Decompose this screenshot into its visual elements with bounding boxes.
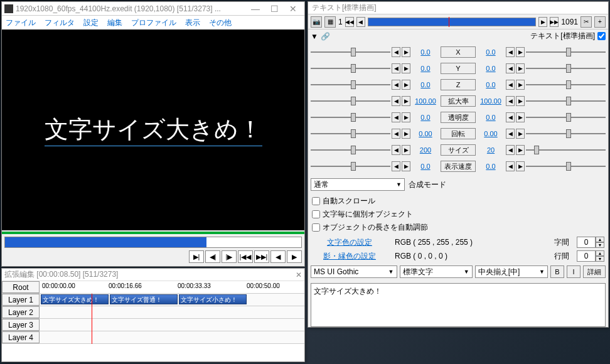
spacing-down[interactable]: ▼ xyxy=(596,242,604,248)
value-left[interactable]: 0.0 xyxy=(412,65,439,72)
value-right[interactable]: 0.0 xyxy=(477,48,505,56)
value-right[interactable]: 20 xyxy=(477,146,505,154)
param-label[interactable]: 透明度 xyxy=(441,112,476,123)
value-left[interactable]: 200 xyxy=(412,146,439,154)
mark-out-button[interactable]: ▶ xyxy=(287,250,302,263)
linespace-up[interactable]: ▲ xyxy=(596,250,604,256)
mark-in-button[interactable]: ◀ xyxy=(270,250,286,263)
clip-2[interactable]: 文字サイズ普通！ xyxy=(110,294,178,304)
playhead[interactable] xyxy=(92,294,92,344)
spacing-input[interactable] xyxy=(577,237,596,248)
play-button[interactable]: ▶| xyxy=(189,250,204,263)
value-left[interactable]: 0.0 xyxy=(412,48,439,56)
next-frame-button[interactable]: |▶ xyxy=(222,250,237,263)
menu-other[interactable]: その他 xyxy=(209,18,232,28)
inc-left[interactable]: ▶ xyxy=(402,96,410,106)
dec-right[interactable]: ◀ xyxy=(506,161,515,171)
value-left[interactable]: 0.0 xyxy=(412,163,439,170)
layer-3-track[interactable] xyxy=(40,319,304,331)
clip-3[interactable]: 文字サイズ小さめ！ xyxy=(179,294,247,304)
seek-prev-button[interactable]: ◀ xyxy=(356,17,365,27)
autolength-checkbox[interactable] xyxy=(312,223,320,232)
inc-right[interactable]: ▶ xyxy=(516,145,525,155)
detail-button[interactable]: 詳細 xyxy=(583,265,606,278)
slider-left[interactable] xyxy=(311,64,390,73)
menu-settings[interactable]: 設定 xyxy=(83,18,99,28)
close-button[interactable]: ✕ xyxy=(284,3,302,14)
slider-left[interactable] xyxy=(311,129,390,138)
dec-right[interactable]: ◀ xyxy=(506,80,515,90)
dec-left[interactable]: ◀ xyxy=(392,63,400,73)
menu-file[interactable]: ファイル xyxy=(6,18,36,28)
inc-left[interactable]: ▶ xyxy=(402,63,410,73)
slider-left[interactable] xyxy=(311,146,390,154)
dec-left[interactable]: ◀ xyxy=(392,129,400,139)
maximize-button[interactable]: ☐ xyxy=(265,3,283,14)
layer-3-label[interactable]: Layer 3 xyxy=(2,319,40,331)
inc-left[interactable]: ▶ xyxy=(402,112,410,122)
seek-first-button[interactable]: ◀◀ xyxy=(345,17,354,27)
root-button[interactable]: Root xyxy=(2,281,40,293)
enable-checkbox[interactable] xyxy=(597,32,606,40)
inc-right[interactable]: ▶ xyxy=(516,63,525,73)
dec-right[interactable]: ◀ xyxy=(506,112,515,122)
link-icon[interactable]: 🔗 xyxy=(321,32,330,41)
clip-1[interactable]: 文字サイズ大きめ！ xyxy=(41,294,109,304)
bold-button[interactable]: B xyxy=(550,265,564,278)
slider-right[interactable] xyxy=(526,129,606,138)
menu-profile[interactable]: プロファイル xyxy=(131,18,176,28)
value-right[interactable]: 100.00 xyxy=(477,97,505,105)
slider-right[interactable] xyxy=(526,80,606,89)
dec-left[interactable]: ◀ xyxy=(392,112,400,122)
rewind-button[interactable]: |◀◀ xyxy=(238,250,253,263)
add-button[interactable]: + xyxy=(594,16,606,28)
linespace-input[interactable] xyxy=(577,250,596,262)
dec-left[interactable]: ◀ xyxy=(392,96,400,106)
timeline-titlebar[interactable]: 拡張編集 [00:00:08.50] [511/3273] ✕ xyxy=(2,269,304,281)
param-label[interactable]: Y xyxy=(441,63,476,74)
param-label[interactable]: X xyxy=(441,46,476,58)
property-seekbar[interactable] xyxy=(368,18,537,26)
menu-view[interactable]: 表示 xyxy=(185,18,200,28)
font-combo[interactable]: MS UI Gothic▼ xyxy=(311,265,397,278)
timeline-close-icon[interactable]: ✕ xyxy=(296,270,302,279)
forward-button[interactable]: ▶▶| xyxy=(254,250,269,263)
dec-left[interactable]: ◀ xyxy=(392,47,400,57)
slider-left[interactable] xyxy=(311,97,390,105)
value-right[interactable]: 0.0 xyxy=(477,114,505,121)
slider-left[interactable] xyxy=(311,80,390,89)
perchar-checkbox[interactable] xyxy=(312,210,320,218)
dec-right[interactable]: ◀ xyxy=(506,63,515,73)
inc-right[interactable]: ▶ xyxy=(516,112,525,122)
slider-right[interactable] xyxy=(526,113,606,122)
seekbar[interactable] xyxy=(4,237,302,248)
dec-left[interactable]: ◀ xyxy=(392,161,400,171)
layer-2-label[interactable]: Layer 2 xyxy=(2,306,40,318)
value-right[interactable]: 0.00 xyxy=(477,130,505,137)
menu-filter[interactable]: フィルタ xyxy=(45,18,75,28)
spacing-up[interactable]: ▲ xyxy=(596,237,604,242)
dec-right[interactable]: ◀ xyxy=(506,145,515,155)
slider-right[interactable] xyxy=(526,97,606,105)
layer-4-track[interactable] xyxy=(40,331,304,343)
minimize-button[interactable]: — xyxy=(247,3,264,14)
slider-right[interactable] xyxy=(526,162,606,171)
layer-1-track[interactable]: 文字サイズ大きめ！ 文字サイズ普通！ 文字サイズ小さめ！ xyxy=(40,294,304,306)
timeline-ruler[interactable]: 00:00:00.00 00:00:16.66 00:00:33.33 00:0… xyxy=(40,281,304,293)
slider-right[interactable] xyxy=(526,64,606,73)
autoscroll-checkbox[interactable] xyxy=(312,197,320,205)
preview-titlebar[interactable]: 1920x1080_60fps_44100Hz.exedit (1920,108… xyxy=(2,2,304,16)
inc-right[interactable]: ▶ xyxy=(516,80,525,90)
slider-right[interactable] xyxy=(526,146,606,154)
slider-left[interactable] xyxy=(311,48,390,56)
inc-left[interactable]: ▶ xyxy=(402,80,410,90)
inc-left[interactable]: ▶ xyxy=(402,129,410,139)
slider-right[interactable] xyxy=(526,48,606,56)
font-style-combo[interactable]: 標準文字▼ xyxy=(400,265,473,278)
dec-left[interactable]: ◀ xyxy=(392,145,400,155)
collapse-icon[interactable]: ▼ xyxy=(311,32,318,41)
inc-left[interactable]: ▶ xyxy=(402,161,410,171)
dec-right[interactable]: ◀ xyxy=(506,96,515,106)
inc-right[interactable]: ▶ xyxy=(516,129,525,139)
shadow-color-link[interactable]: 影・縁色の設定 xyxy=(312,251,387,262)
